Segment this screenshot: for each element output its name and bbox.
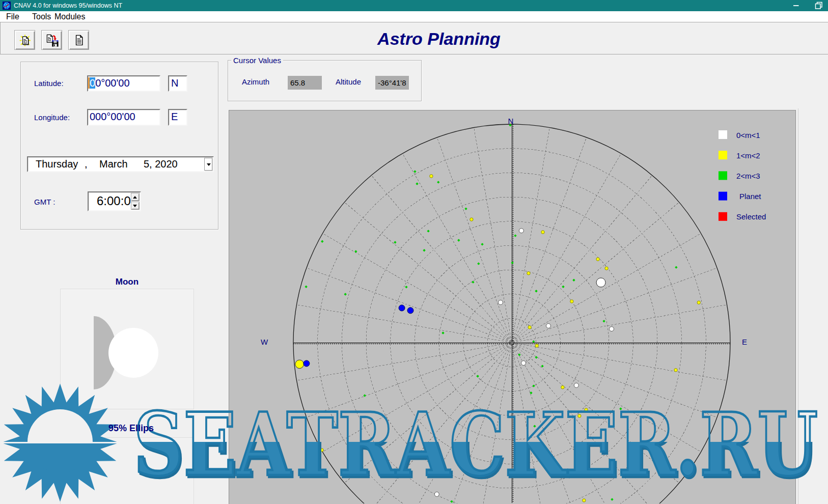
moon-lit-disc [108, 328, 158, 378]
menu-tools[interactable]: Tools [32, 11, 51, 22]
position-panel: Latitude: 00°00'00 N Longitude: 000°00'0… [20, 62, 218, 230]
date-dropdown-button[interactable] [204, 158, 212, 171]
moon-phase-percent: 95% Ellips [108, 423, 154, 434]
window-titlebar: CNAV 4.0 for windows 95/windows NT [0, 0, 828, 11]
view-report-button[interactable] [68, 30, 89, 50]
legend-label-planet: Planet [739, 192, 761, 201]
longitude-hemisphere-input[interactable]: E [168, 109, 187, 126]
window-title: CNAV 4.0 for windows 95/windows NT [14, 0, 122, 11]
minimize-button[interactable] [787, 0, 805, 11]
gmt-time-spinner[interactable]: 6:00:0 [88, 191, 141, 211]
minimize-icon [787, 0, 805, 11]
gmt-decrement-button[interactable] [131, 202, 140, 210]
save-document-floppy-icon [45, 34, 60, 48]
sky-chart-panel[interactable]: N W E 0<m<11<m<22<m<3PlanetSelected [229, 110, 796, 504]
latitude-input[interactable]: 00°00'00 [87, 75, 160, 92]
sky-chart-svg: N W E 0<m<11<m<22<m<3PlanetSelected [229, 110, 795, 503]
restore-button[interactable] [810, 0, 827, 11]
compass-west-label: W [261, 338, 268, 346]
save-report-button[interactable] [41, 30, 62, 50]
compass-north-label: N [508, 117, 514, 125]
longitude-input[interactable]: 000°00'00 [87, 109, 160, 126]
star-dots [295, 124, 701, 503]
legend-label-m0: 0<m<1 [736, 131, 760, 139]
legend-label-selected: Selected [736, 212, 766, 221]
restore-icon [810, 0, 827, 11]
gmt-increment-button[interactable] [131, 193, 140, 201]
document-icon [72, 34, 86, 47]
legend-label-m1: 1<m<2 [736, 151, 760, 160]
legend-swatch-m0 [719, 130, 727, 139]
date-combobox[interactable]: Thursday , March 5, 2020 [27, 156, 214, 172]
longitude-label: Longitude: [34, 113, 70, 122]
azimuth-value: 65.8 [288, 76, 322, 90]
chart-outer-edge-line [798, 108, 798, 504]
new-report-button[interactable] [14, 30, 35, 50]
altitude-value: -36°41'8 [375, 76, 409, 90]
legend-swatch-selected [719, 212, 727, 221]
date-day-year: 5, 2020 [144, 157, 178, 171]
moon-phase-display [60, 289, 194, 409]
altitude-label: Altitude [336, 77, 361, 87]
arrow-down-icon [133, 205, 137, 207]
polar-grid [293, 124, 730, 503]
arrow-up-icon [133, 196, 137, 199]
gmt-label: GMT : [34, 198, 55, 207]
moon-title: Moon [60, 277, 194, 287]
compass-east-label: E [742, 338, 747, 346]
page-title: Astro Planning [347, 29, 531, 49]
cursor-values-title: Cursor Values [231, 56, 283, 65]
legend-swatch-m1 [719, 151, 727, 159]
legend-swatch-m2 [719, 171, 727, 180]
date-comma: , [85, 157, 88, 171]
menu-modules[interactable]: Modules [54, 11, 85, 22]
moon-phase-svg [61, 289, 194, 409]
cursor-values-panel: Cursor Values Azimuth 65.8 Altitude -36°… [228, 60, 422, 101]
chart-legend: 0<m<11<m<22<m<3PlanetSelected [719, 130, 766, 221]
app-logo-icon [3, 2, 11, 10]
lower-panel [60, 437, 194, 504]
legend-swatch-planet [719, 192, 727, 201]
latitude-hemisphere-input[interactable]: N [168, 75, 187, 92]
legend-label-m2: 2<m<3 [736, 172, 760, 180]
menu-bar: File Tools Modules [0, 11, 828, 22]
date-month: March [99, 157, 128, 171]
latitude-selection: 0 [90, 77, 95, 89]
chevron-down-icon [207, 163, 211, 166]
toolbar: Astro Planning [0, 22, 828, 54]
new-document-sparkle-icon [18, 34, 32, 47]
latitude-label: Latitude: [34, 79, 64, 88]
azimuth-label: Azimuth [242, 77, 269, 87]
menu-file[interactable]: File [6, 11, 19, 22]
date-weekday: Thursday [36, 157, 78, 171]
gmt-value: 6:00:0 [97, 192, 131, 209]
